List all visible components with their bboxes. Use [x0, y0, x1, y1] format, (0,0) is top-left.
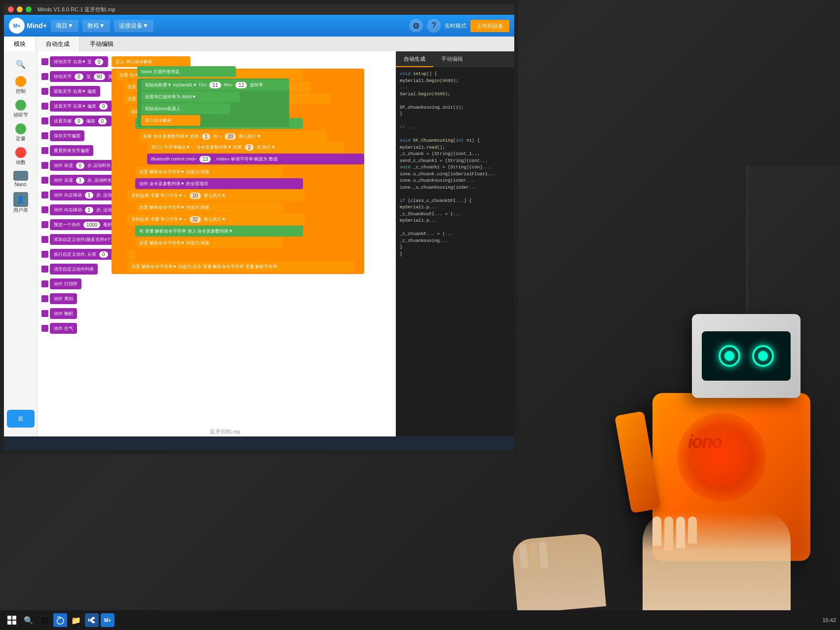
block-action-angry[interactable]: 动作 生气: [50, 323, 77, 334]
block-reset-offset[interactable]: 重置所有关节偏差: [50, 145, 93, 156]
svg-rect-1: [12, 616, 16, 620]
block-set-key[interactable]: 设置关键 0 偏差 0: [50, 116, 112, 126]
block-icon: [41, 58, 48, 65]
block-canvas[interactable]: 转动关节 右肩▼ 至 0 转动关节 0 至 90 度 获取关节 右肩▼ 偏差 设…: [38, 51, 413, 436]
canvas-block-set-concat[interactable]: 设置 解析命令字符串▼ 的值为 合并 变量 解析命令字符串 变量 解析字符串: [127, 261, 354, 272]
nano-block-init-serial[interactable]: 初始化欧赛▼ mySerial1▼ TX= 11 RX= 12 波特率: [141, 79, 289, 90]
block-move-left[interactable]: 动作 向左移动 1 步, 运动: [50, 190, 116, 200]
block-preview-action[interactable]: 预览一个动作 1000 毫秒: [50, 219, 116, 230]
block-clear-custom[interactable]: 清空自定义动作列表: [50, 264, 98, 275]
block-icon: [41, 118, 48, 124]
block-move-forward[interactable]: 动作 前进 0 步,运动时长: [50, 160, 115, 171]
block-joint-right[interactable]: 转动关节 右肩▼ 至 0: [50, 56, 108, 67]
tab-auto-mode[interactable]: 自动生成: [36, 37, 80, 51]
project-menu[interactable]: 项目▼: [51, 20, 78, 32]
realtime-mode: 实时模式: [445, 22, 466, 30]
hand-right: [643, 512, 791, 610]
search-icon[interactable]: 🔍: [12, 55, 30, 73]
tab-auto-generate[interactable]: 自动生成: [396, 51, 433, 67]
expand-button[interactable]: ≡: [7, 410, 35, 428]
taskbar: 🔍 ⊡ 📁 M+ 15:42: [0, 610, 840, 630]
sidebar-label-control: 控制: [16, 88, 26, 95]
code-line: ione._u_chuankouxing(ioSer...: [400, 185, 510, 192]
taskbar-edge[interactable]: [53, 613, 67, 627]
tab-manual-edit[interactable]: 手动编辑: [433, 51, 471, 67]
code-line: [400, 191, 510, 198]
max-btn[interactable]: [26, 6, 32, 12]
title-bar: Minds V1.8.0 RC.1 蓝牙控制.mp: [4, 4, 514, 15]
block-add-custom[interactable]: 添加自定义动作(最多支持4个): [50, 234, 116, 245]
block-move-backward[interactable]: 动作 后退 1 步, 运动时长: [50, 175, 116, 186]
sidebar-label-quantity: 定量: [16, 135, 26, 142]
hand-left: [511, 532, 606, 614]
canvas-block-action-cmd[interactable]: 动作 命令及参数列表▼ 的全部项目: [135, 178, 303, 189]
finger: [664, 516, 673, 551]
nano-block-init-robot[interactable]: 初始化Iono机器人: [141, 103, 230, 114]
sidebar-item-userlib[interactable]: 👤 用户库: [6, 190, 36, 216]
block-action-bye[interactable]: 动作 离别: [50, 293, 77, 304]
code-line: void setup() {: [400, 71, 510, 78]
sidebar-item-sensor[interactable]: 侦听节: [6, 98, 36, 120]
connect-menu[interactable]: 连接设备▼: [114, 20, 153, 32]
min-btn[interactable]: [17, 6, 23, 12]
block-icon: [41, 132, 48, 139]
finger: [688, 516, 697, 544]
canvas-block-set-parse2[interactable]: 设置 解析命令字符串▼ 的值为 拼接: [135, 166, 283, 177]
canvas-block-add-cmd2[interactable]: 有 变量 解析命令字符串 加入 命令及参数列表▼: [135, 226, 303, 236]
code-line: [400, 98, 510, 105]
taskbar-mindplus[interactable]: M+: [101, 613, 115, 627]
block-icon: [41, 162, 48, 169]
sidebar-item-motion[interactable]: 动数: [6, 145, 36, 168]
canvas-block-else-10[interactable]: 否则如果 变量 串口字符▼ = 10 那么执行▼: [127, 190, 305, 201]
canvas-block-bluetooth[interactable]: Bluetooth control cmd= 13 , index= 标准字符串…: [147, 154, 364, 164]
block-set-joint[interactable]: 设置关节 右肩▼ 偏差 0: [50, 101, 113, 112]
help-icon[interactable]: ?: [427, 19, 441, 33]
sidebar-item-control[interactable]: 控制: [6, 74, 36, 97]
settings-icon[interactable]: ⚙: [409, 19, 423, 33]
canvas-block-set-parse4[interactable]: 设置 解析命令字符串▼ 的值为 拼接: [135, 237, 283, 248]
block-joint-angle[interactable]: 转动关节 0 至 90 度: [50, 71, 116, 82]
block-move-right[interactable]: 动作 向右移动 1 步, 运动: [50, 204, 116, 215]
block-icon: [41, 73, 48, 80]
canvas-block-serial-out[interactable]: 串口1 字符串输出▼ ... 命令及参数列表▼ 的第 2 项 执行▼: [147, 142, 344, 153]
sidebar-item-quantity[interactable]: 定量: [6, 121, 36, 144]
sidebar-label-userlib: 用户库: [13, 207, 28, 214]
block-action-bow[interactable]: 动作 鞠躬: [50, 308, 77, 319]
nano-block-main[interactable]: Nano 主循环使用蓝: [137, 66, 236, 77]
code-line: // ...: [400, 124, 510, 131]
nano-block-group: 初始化欧赛▼ mySerial1▼ TX= 11 RX= 12 波特率 设置串口…: [137, 79, 289, 127]
bottom-label: Eam: [176, 380, 198, 393]
status-label: 蓝牙控制.mp: [210, 427, 240, 436]
close-btn[interactable]: [8, 6, 14, 12]
upload-button[interactable]: 上传到设备: [470, 20, 509, 32]
nano-block-serial-parse[interactable]: 串口命令解析: [141, 115, 200, 126]
header-right: ⚙ ? 实时模式 上传到设备: [409, 19, 509, 33]
taskbar-search[interactable]: 🔍: [22, 613, 36, 627]
tab-manual-mode[interactable]: 手动编辑: [80, 37, 123, 51]
block-icon: [41, 147, 48, 154]
tab-blocks[interactable]: 模块: [4, 37, 36, 51]
block-save-offset[interactable]: 保存关节偏差: [50, 130, 84, 141]
mode-tabs: 模块 自动生成 手动编辑: [4, 37, 514, 51]
code-line: [400, 118, 510, 125]
windows-start-button[interactable]: [4, 612, 20, 628]
block-action-wave[interactable]: 动作 打招呼: [50, 278, 81, 289]
canvas-block-if-20[interactable]: 如果 命令及参数列表▼ 的第 1 项 = 20 那么执行▼: [139, 131, 327, 142]
sidebar-item-nano[interactable]: Nano: [6, 169, 36, 189]
taskbar-explorer[interactable]: 📁: [69, 613, 83, 627]
nano-panel: Nano 主循环使用蓝 初始化欧赛▼ mySerial1▼ TX= 11 RX=…: [137, 66, 289, 127]
block-get-joint[interactable]: 获取关节 右肩▼ 偏差: [50, 86, 100, 97]
canvas-block-set-parse3[interactable]: 设置 解析命令字符串▼ 的值为 拼接: [135, 202, 283, 213]
code-line: }: [400, 244, 510, 251]
nano-block-baud[interactable]: 设置串口波特率为 9600▼: [141, 91, 240, 102]
canvas-block-if13-inner: 有 变量 解析命令字符串 加入 命令及参数列表▼ 如果 命令及参数列表▼ 的第 …: [127, 118, 364, 189]
block-icon: [41, 325, 48, 332]
svg-rect-3: [12, 621, 16, 625]
canvas-block-else-32[interactable]: 否则如果 变量 串口字符▼ = 32 那么执行▼: [127, 214, 305, 225]
tutorial-menu[interactable]: 教程▼: [82, 20, 110, 32]
taskbar-vscode[interactable]: [85, 613, 99, 627]
taskbar-task-view[interactable]: ⊡: [38, 613, 51, 627]
code-line: mySerial1.p...: [400, 218, 510, 225]
code-line: _c_chuankF... = (...: [400, 231, 510, 238]
canvas-block-define[interactable]: 定义 串口命令解析: [112, 56, 191, 67]
